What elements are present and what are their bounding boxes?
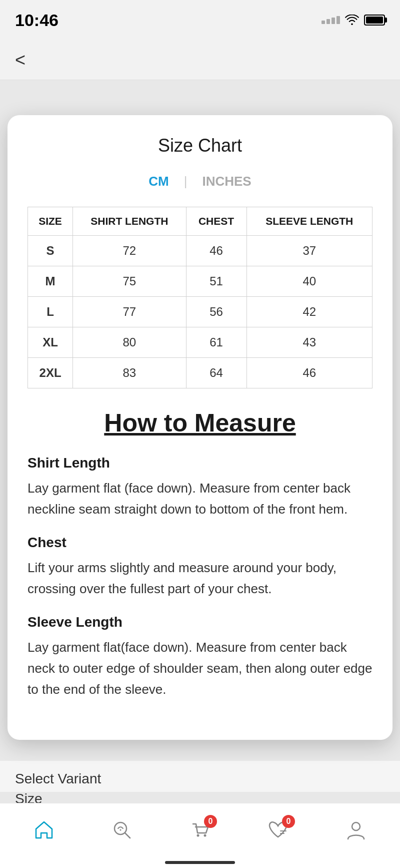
size-chart-modal: Size Chart CM | INCHES SIZE SHIRT LENGTH…: [8, 115, 392, 740]
table-cell: S: [28, 236, 73, 266]
measure-section-heading: Shirt Length: [28, 455, 372, 471]
cart-badge: 0: [204, 815, 217, 828]
nav-item-wishlist[interactable]: 0: [267, 819, 289, 843]
back-button[interactable]: <: [10, 46, 30, 74]
nav-item-profile[interactable]: [345, 819, 367, 843]
table-cell: 64: [186, 358, 246, 388]
unit-toggle: CM | INCHES: [28, 171, 372, 192]
wishlist-badge: 0: [282, 815, 295, 828]
nav-item-cart[interactable]: 0: [189, 819, 211, 843]
table-header-row: SIZE SHIRT LENGTH CHEST SLEEVE LENGTH: [28, 207, 372, 236]
measure-section-text: Lay garment flat(face down). Measure fro…: [28, 637, 372, 700]
table-cell: 51: [186, 266, 246, 297]
table-cell: 61: [186, 327, 246, 358]
svg-point-3: [204, 834, 206, 836]
inches-button[interactable]: INCHES: [197, 171, 256, 192]
unit-divider: |: [184, 174, 188, 189]
bottom-nav: 0 0: [0, 803, 400, 868]
table-cell: 83: [73, 358, 186, 388]
table-row: S724637: [28, 236, 372, 266]
table-cell: 42: [246, 297, 372, 327]
nav-item-search[interactable]: [111, 819, 133, 843]
col-header-chest: CHEST: [186, 207, 246, 236]
table-row: M755140: [28, 266, 372, 297]
select-variant-label: Select Variant: [15, 771, 101, 786]
table-cell: 72: [73, 236, 186, 266]
col-header-shirt-length: SHIRT LENGTH: [73, 207, 186, 236]
table-cell: XL: [28, 327, 73, 358]
table-cell: L: [28, 297, 73, 327]
table-cell: 37: [246, 236, 372, 266]
battery-icon: [364, 15, 385, 26]
table-cell: 43: [246, 327, 372, 358]
user-icon: [345, 819, 367, 843]
select-variant-section: Select Variant: [0, 761, 400, 792]
measure-section-text: Lift your arms slightly and measure arou…: [28, 558, 372, 599]
home-indicator: [165, 861, 235, 864]
cm-button[interactable]: CM: [144, 171, 174, 192]
table-cell: 56: [186, 297, 246, 327]
nav-item-home[interactable]: [33, 819, 55, 843]
table-row: L775642: [28, 297, 372, 327]
wifi-icon: [345, 15, 359, 26]
status-time: 10:46: [15, 11, 58, 30]
table-cell: 46: [246, 358, 372, 388]
table-row: XL806143: [28, 327, 372, 358]
measure-section-text: Lay garment flat (face down). Measure fr…: [28, 478, 372, 520]
nav-bar: <: [0, 40, 400, 80]
table-cell: M: [28, 266, 73, 297]
table-cell: 2XL: [28, 358, 73, 388]
modal-title: Size Chart: [28, 135, 372, 156]
table-row: 2XL836446: [28, 358, 372, 388]
size-table: SIZE SHIRT LENGTH CHEST SLEEVE LENGTH S7…: [28, 207, 372, 388]
table-cell: 80: [73, 327, 186, 358]
search-icon: [111, 819, 133, 843]
svg-point-2: [197, 834, 200, 836]
table-cell: 46: [186, 236, 246, 266]
col-header-size: SIZE: [28, 207, 73, 236]
svg-point-4: [352, 822, 360, 830]
signal-icon: [322, 16, 340, 24]
measure-section-heading: Chest: [28, 535, 372, 551]
status-icons: [322, 15, 385, 26]
measure-section-heading: Sleeve Length: [28, 614, 372, 630]
table-cell: 40: [246, 266, 372, 297]
col-header-sleeve-length: SLEEVE LENGTH: [246, 207, 372, 236]
table-cell: 77: [73, 297, 186, 327]
how-to-measure-title: How to Measure: [28, 408, 372, 438]
table-cell: 75: [73, 266, 186, 297]
svg-point-1: [120, 829, 122, 830]
status-bar: 10:46: [0, 0, 400, 40]
measure-sections: Shirt LengthLay garment flat (face down)…: [28, 455, 372, 700]
home-icon: [33, 819, 55, 843]
